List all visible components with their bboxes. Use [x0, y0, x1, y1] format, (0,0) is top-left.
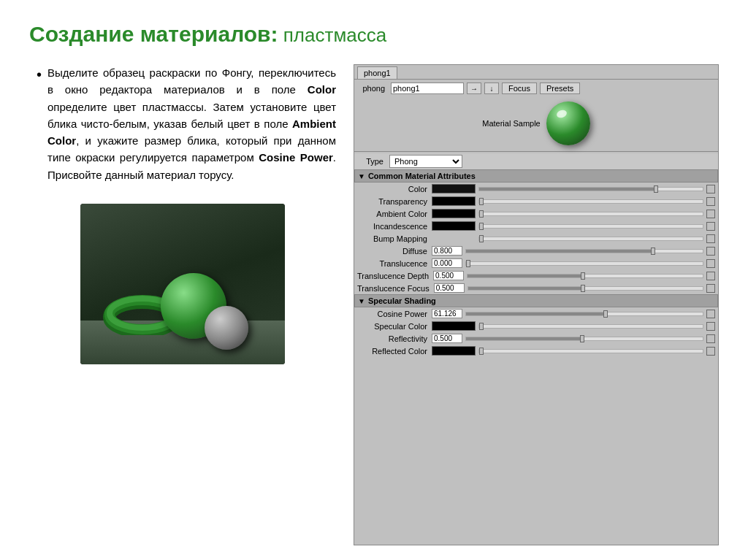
attr-row-translucence: Translucence — [354, 257, 718, 269]
slider-color[interactable] — [478, 187, 703, 191]
attr-label-bump: Bump Mapping — [357, 234, 430, 243]
translucence-value[interactable] — [432, 258, 462, 268]
small-square-trans-depth[interactable] — [706, 272, 715, 280]
bullet-icon: • — [29, 64, 42, 85]
small-square-ambient[interactable] — [706, 210, 715, 218]
attr-label-transparency: Transparency — [357, 197, 430, 206]
slider-reflectivity[interactable] — [465, 337, 703, 341]
slider-specular-color[interactable] — [478, 324, 703, 329]
preview-render — [80, 204, 285, 364]
color-swatch-transparency[interactable] — [432, 196, 476, 206]
color-swatch-reflected[interactable] — [432, 346, 476, 356]
attr-label-ambient: Ambient Color — [357, 210, 430, 218]
maya-tab-phong1[interactable]: phong1 — [357, 66, 397, 79]
icon-box-2[interactable]: ↓ — [484, 83, 499, 94]
common-section-header: ▼ Common Material Attributes — [354, 169, 718, 183]
attr-row-diffuse: Diffuse — [354, 245, 718, 257]
cosine-value[interactable] — [432, 309, 462, 318]
reflectivity-value[interactable] — [432, 334, 462, 343]
type-label: Type — [357, 157, 386, 166]
maya-header-row: phong → ↓ Focus Presets — [354, 80, 718, 97]
slider-diffuse[interactable] — [465, 249, 703, 253]
attr-row-ambient: Ambient Color — [354, 207, 718, 220]
slider-cosine[interactable] — [465, 312, 703, 316]
attr-row-specular-color: Specular Color — [354, 320, 718, 332]
attr-row-bump: Bump Mapping — [354, 232, 718, 245]
content-area: • Выделите образец раскраски по Фонгу, п… — [29, 64, 719, 545]
small-square-bump[interactable] — [706, 234, 715, 243]
specular-section-label: Specular Shading — [368, 296, 436, 305]
slider-reflected-color[interactable] — [478, 349, 703, 353]
color-swatch-incandescence[interactable] — [432, 221, 476, 231]
attr-row-reflected-color: Reflected Color — [354, 345, 718, 357]
small-square-cosine[interactable] — [706, 310, 715, 318]
color-swatch-specular[interactable] — [432, 321, 476, 331]
icon-box-1[interactable]: → — [467, 83, 481, 94]
slider-incandescence[interactable] — [478, 224, 703, 229]
slider-ambient[interactable] — [478, 212, 703, 216]
small-square-color[interactable] — [706, 185, 715, 193]
attr-row-trans-depth: Translucence Depth — [354, 269, 718, 282]
common-section-label: Common Material Attributes — [368, 172, 476, 180]
attr-label-specular-color: Specular Color — [357, 322, 430, 331]
phong-name-input[interactable] — [391, 83, 464, 94]
sphere-gray — [205, 306, 248, 350]
trans-focus-value[interactable] — [434, 283, 465, 293]
small-square-incandescence[interactable] — [706, 222, 715, 231]
attr-label-color: Color — [357, 185, 430, 193]
diffuse-value[interactable] — [432, 246, 462, 256]
divider-1 — [354, 151, 718, 152]
left-panel: • Выделите образец раскраски по Фонгу, п… — [29, 64, 336, 545]
attr-label-translucence: Translucence — [357, 259, 430, 268]
attr-label-incandescence: Incandescence — [357, 222, 430, 231]
small-square-specular-color[interactable] — [706, 322, 715, 331]
color-swatch-ambient[interactable] — [432, 209, 476, 218]
type-row: Type Phong — [354, 153, 718, 169]
description-text: • Выделите образец раскраски по Фонгу, п… — [29, 64, 336, 183]
specular-section-header: ▼ Specular Shading — [354, 294, 718, 307]
attr-label-diffuse: Diffuse — [357, 247, 430, 256]
material-sample-sphere — [546, 101, 590, 145]
trans-depth-value[interactable] — [433, 271, 464, 280]
small-square-reflected-color[interactable] — [706, 347, 715, 356]
attr-row-trans-focus: Translucence Focus — [354, 282, 718, 294]
slider-trans-depth[interactable] — [467, 274, 703, 278]
slider-translucence[interactable] — [465, 261, 703, 266]
attr-label-trans-depth: Translucence Depth — [357, 272, 432, 280]
color-swatch-color[interactable] — [432, 184, 476, 193]
maya-material-editor: phong1 phong → ↓ Focus Presets Material … — [354, 64, 719, 545]
attr-row-reflectivity: Reflectivity — [354, 332, 718, 345]
small-square-transparency[interactable] — [706, 197, 715, 206]
type-select[interactable]: Phong — [389, 155, 462, 168]
attr-row-transparency: Transparency — [354, 195, 718, 207]
attr-label-trans-focus: Translucence Focus — [357, 284, 432, 293]
attr-label-reflected-color: Reflected Color — [357, 347, 430, 356]
slider-transparency[interactable] — [478, 199, 703, 204]
maya-tab-bar: phong1 — [354, 65, 718, 80]
small-square-reflectivity[interactable] — [706, 334, 715, 343]
attr-row-color: Color — [354, 183, 718, 195]
small-square-diffuse[interactable] — [706, 247, 715, 256]
small-square-translucence[interactable] — [706, 259, 715, 268]
bullet-content: Выделите образец раскраски по Фонгу, пер… — [47, 64, 336, 183]
section-arrow-specular: ▼ — [358, 297, 365, 305]
section-arrow-common: ▼ — [358, 172, 365, 180]
attr-label-reflectivity: Reflectivity — [357, 334, 430, 343]
material-sample-label: Material Sample — [482, 119, 540, 128]
page-title: Создание материалов: пластмасса — [29, 22, 719, 47]
page: Создание материалов: пластмасса • Выдели… — [0, 0, 748, 560]
presets-button[interactable]: Presets — [540, 83, 580, 94]
small-square-trans-focus[interactable] — [706, 284, 715, 293]
title-main: Создание материалов: — [29, 22, 278, 46]
attr-label-cosine: Cosine Power — [357, 310, 430, 318]
material-sample-area: Material Sample — [354, 97, 718, 150]
attr-row-incandescence: Incandescence — [354, 220, 718, 232]
slider-trans-focus[interactable] — [468, 286, 703, 291]
phong-label: phong — [359, 84, 388, 93]
attr-row-cosine: Cosine Power — [354, 307, 718, 320]
title-sub: пластмасса — [278, 24, 387, 46]
slider-bump[interactable] — [478, 237, 703, 241]
focus-button[interactable]: Focus — [502, 83, 537, 94]
